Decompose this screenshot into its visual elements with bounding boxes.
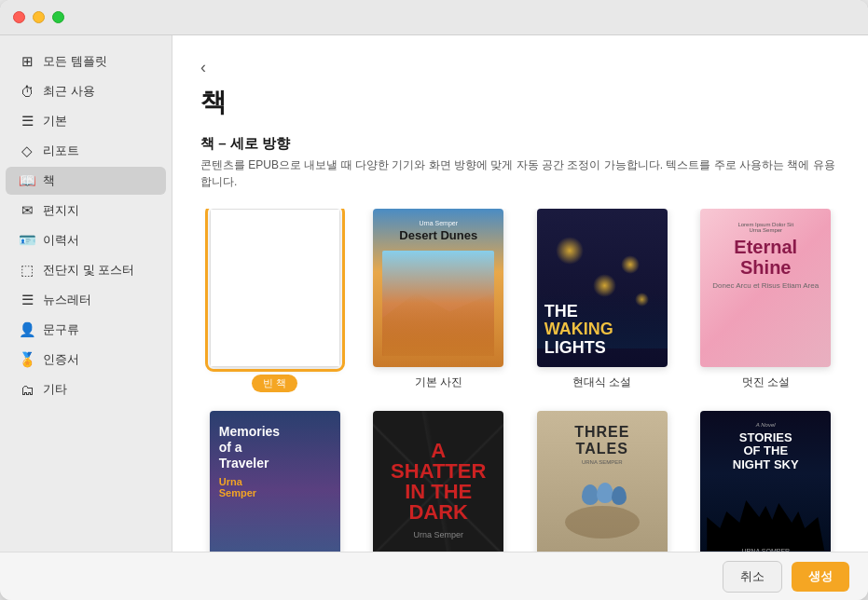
cover-memories-content: Memoriesof aTraveler UrnaSemper — [210, 411, 340, 552]
titlebar — [0, 0, 868, 35]
nest-area — [565, 465, 640, 552]
tree-silhouette — [700, 495, 831, 551]
cover-subtitle-eternal: Donec Arcu et Risus Etiam Area — [712, 281, 819, 290]
template-label-desert-dunes: 기본 사진 — [415, 375, 462, 390]
sidebar-label-basic: 기본 — [43, 113, 67, 130]
back-button[interactable]: ‹ — [200, 58, 206, 77]
template-item-three-tales[interactable]: THREE TALES URNA SEMPER — [528, 411, 677, 552]
template-cover-three-tales: THREE TALES URNA SEMPER — [537, 411, 668, 552]
sidebar-icon-letter: ✉ — [19, 202, 35, 219]
sidebar-icon-basic: ☰ — [19, 113, 35, 130]
bottom-bar: 취소 생성 — [0, 552, 868, 600]
cover-author-small: Urna Semper — [382, 220, 494, 226]
close-button[interactable] — [13, 11, 25, 23]
cover-waking-lights-content: THEWAKINGLIGHTS — [537, 209, 668, 367]
create-button[interactable]: 생성 — [792, 562, 849, 592]
sidebar-label-all-templates: 모든 템플릿 — [43, 53, 107, 70]
sidebar-item-certificate[interactable]: 🏅인증서 — [6, 346, 166, 374]
sidebar-item-flyer[interactable]: ⬚전단지 및 포스터 — [6, 256, 166, 284]
cover-title-waking: THEWAKINGLIGHTS — [544, 303, 660, 358]
maximize-button[interactable] — [52, 11, 64, 23]
cover-desert-dunes-content: Urna Semper Desert Dunes — [373, 209, 503, 367]
sidebar-icon-newsletter: ☰ — [19, 292, 35, 308]
sidebar-icon-book: 📖 — [19, 172, 35, 189]
sidebar-icon-certificate: 🏅 — [19, 351, 35, 368]
template-grid: 빈 책 Urna Semper Desert Dunes 기본 사진 — [200, 209, 840, 552]
template-item-shatter[interactable]: ASHATTERIN THEDARK Urna Semper 신랄한 소설 — [365, 411, 514, 552]
sidebar-icon-report: ◇ — [19, 143, 35, 159]
sidebar-label-flyer: 전단지 및 포스터 — [43, 262, 134, 279]
sidebar-label-certificate: 인증서 — [43, 351, 79, 368]
egg-2 — [597, 483, 613, 503]
template-item-eternal-shine[interactable]: Lorem Ipsum Dolor SitUrna Semper Eternal… — [692, 209, 841, 392]
cover-stories-night-content: A Novel STORIESOF THENIGHT SKY URNA SOMP… — [700, 411, 831, 552]
sidebar-icon-genre: 👤 — [19, 321, 35, 338]
cancel-button[interactable]: 취소 — [723, 561, 782, 593]
template-cover-memories: Memoriesof aTraveler UrnaSemper — [210, 411, 340, 552]
content-header: ‹ 책 책 – 세로 방향 콘텐츠를 EPUB으로 내보낼 때 다양한 기기와 … — [172, 35, 868, 209]
cover-title-three-tales: THREE TALES — [546, 424, 658, 457]
template-cover-shatter: ASHATTERIN THEDARK Urna Semper — [373, 411, 503, 552]
nest-shape — [565, 506, 640, 539]
template-cover-desert-dunes: Urna Semper Desert Dunes — [373, 209, 503, 367]
sidebar-label-resume: 이력서 — [43, 232, 79, 249]
template-cover-eternal-shine: Lorem Ipsum Dolor SitUrna Semper Eternal… — [700, 209, 831, 367]
sidebar-item-letter[interactable]: ✉편지지 — [6, 197, 166, 225]
cover-author-shatter: Urna Semper — [413, 530, 463, 539]
page-title: 책 — [200, 85, 840, 120]
cover-author-memories: UrnaSemper — [219, 476, 331, 498]
sidebar-icon-other: 🗂 — [19, 381, 35, 398]
sidebar-label-report: 리포트 — [43, 143, 79, 159]
sidebar-item-genre[interactable]: 👤문구류 — [6, 316, 166, 344]
sidebar-item-recent[interactable]: ⏱최근 사용 — [6, 77, 166, 105]
content-area: ‹ 책 책 – 세로 방향 콘텐츠를 EPUB으로 내보낼 때 다양한 기기와 … — [172, 35, 868, 552]
app-window: ⊞모든 템플릿⏱최근 사용☰기본◇리포트📖책✉편지지🪪이력서⬚전단지 및 포스터… — [0, 0, 868, 600]
cover-title-shatter: ASHATTERIN THEDARK — [391, 441, 486, 523]
cover-author-stories-night: URNA SOMPER — [708, 548, 823, 552]
template-item-waking-lights[interactable]: THEWAKINGLIGHTS 현대식 소설 — [528, 209, 677, 392]
sidebar-icon-resume: 🪪 — [19, 232, 35, 249]
sidebar-item-book[interactable]: 📖책 — [6, 167, 166, 195]
sidebar-label-book: 책 — [43, 172, 55, 189]
sidebar-item-resume[interactable]: 🪪이력서 — [6, 226, 166, 254]
cover-shatter-content: ASHATTERIN THEDARK Urna Semper — [373, 411, 503, 552]
sidebar-icon-recent: ⏱ — [19, 83, 35, 100]
sidebar-label-genre: 문구류 — [43, 321, 79, 338]
bokeh-2 — [621, 255, 640, 274]
sidebar-icon-all-templates: ⊞ — [19, 53, 35, 70]
sidebar-label-other: 기타 — [43, 381, 67, 398]
selected-badge: 빈 책 — [252, 375, 297, 392]
template-cover-blank — [210, 209, 340, 367]
sidebar-item-other[interactable]: 🗂기타 — [6, 375, 166, 403]
template-label-waking-lights: 현대식 소설 — [572, 375, 631, 390]
sidebar-item-all-templates[interactable]: ⊞모든 템플릿 — [6, 48, 166, 75]
egg-3 — [612, 486, 627, 505]
template-scroll[interactable]: 빈 책 Urna Semper Desert Dunes 기본 사진 — [172, 209, 868, 552]
main-layout: ⊞모든 템플릿⏱최근 사용☰기본◇리포트📖책✉편지지🪪이력서⬚전단지 및 포스터… — [0, 35, 868, 552]
section-desc: 콘텐츠를 EPUB으로 내보낼 때 다양한 기기와 화면 방향에 맞게 자동 공… — [200, 157, 840, 190]
sidebar-label-newsletter: 뉴스레터 — [43, 292, 91, 308]
template-item-memories[interactable]: Memoriesof aTraveler UrnaSemper 개인 소설 — [200, 411, 350, 552]
nest-container — [565, 483, 640, 539]
cover-author-eternal: Lorem Ipsum Dolor SitUrna Semper — [737, 222, 793, 233]
cover-title-desert: Desert Dunes — [382, 228, 494, 243]
template-item-stories-night[interactable]: A Novel STORIESOF THENIGHT SKY URNA SOMP… — [692, 411, 841, 552]
sidebar-icon-flyer: ⬚ — [19, 262, 35, 279]
cover-three-tales-content: THREE TALES URNA SEMPER — [537, 411, 668, 552]
sidebar-item-basic[interactable]: ☰기본 — [6, 107, 166, 135]
minimize-button[interactable] — [33, 11, 45, 23]
template-item-desert-dunes[interactable]: Urna Semper Desert Dunes 기본 사진 — [365, 209, 514, 392]
sidebar: ⊞모든 템플릿⏱최근 사용☰기본◇리포트📖책✉편지지🪪이력서⬚전단지 및 포스터… — [0, 35, 172, 552]
template-cover-waking-lights: THEWAKINGLIGHTS — [537, 209, 668, 367]
sidebar-label-recent: 최근 사용 — [43, 83, 95, 100]
cover-eternal-shine-content: Lorem Ipsum Dolor SitUrna Semper Eternal… — [700, 209, 831, 367]
cover-blank-content — [210, 209, 340, 367]
sidebar-item-newsletter[interactable]: ☰뉴스레터 — [6, 286, 166, 314]
cover-title-memories: Memoriesof aTraveler — [219, 424, 331, 470]
sidebar-item-report[interactable]: ◇리포트 — [6, 137, 166, 165]
cover-title-stories-night: STORIESOF THENIGHT SKY — [708, 431, 823, 471]
sidebar-label-letter: 편지지 — [43, 202, 79, 219]
template-label-eternal-shine: 멋진 소설 — [742, 375, 790, 390]
template-item-blank[interactable]: 빈 책 — [200, 209, 350, 392]
cover-dune-image — [382, 251, 494, 356]
